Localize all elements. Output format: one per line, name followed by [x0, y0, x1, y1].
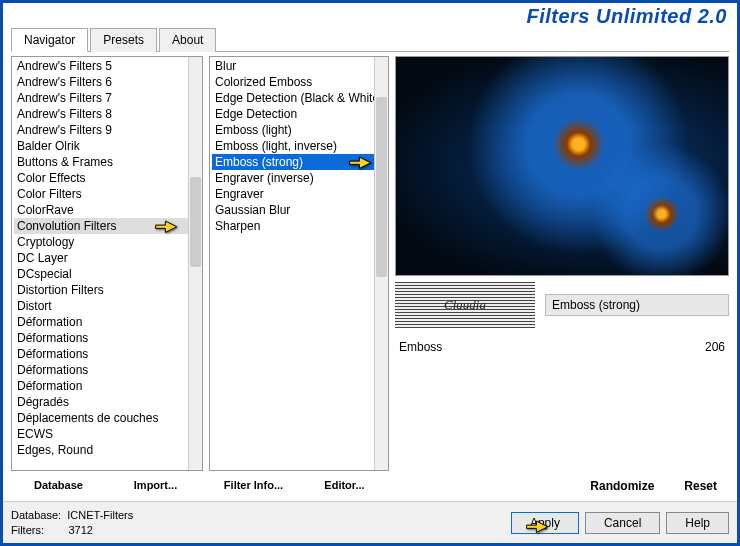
list-item[interactable]: Color Filters — [14, 186, 200, 202]
tab-about[interactable]: About — [159, 28, 216, 52]
list-item[interactable]: Déformations — [14, 330, 200, 346]
database-button[interactable]: Database — [11, 475, 106, 495]
param-label: Emboss — [399, 340, 442, 354]
nav-content: Andrew's Filters 5Andrew's Filters 6Andr… — [11, 52, 729, 495]
list-item[interactable]: Cryptology — [14, 234, 200, 250]
filters-listbox[interactable]: BlurColorized EmbossEdge Detection (Blac… — [209, 56, 389, 471]
main-area: Navigator Presets About Andrew's Filters… — [11, 27, 729, 495]
list-item[interactable]: Andrew's Filters 5 — [14, 58, 200, 74]
list-item[interactable]: Déplacements de couches — [14, 410, 200, 426]
watermark-logo: Claudia — [395, 282, 535, 328]
preview-panel — [395, 56, 729, 276]
list-item[interactable]: Déformation — [14, 378, 200, 394]
filters-buttons: Filter Info... Editor... — [209, 471, 389, 495]
filters-scrollbar[interactable] — [374, 57, 388, 470]
footer-info: Database: ICNET-Filters Filters: 3712 — [11, 508, 511, 537]
list-item[interactable]: Dégradés — [14, 394, 200, 410]
list-item[interactable]: ColorRave — [14, 202, 200, 218]
categories-buttons: Database Import... — [11, 471, 203, 495]
editor-button[interactable]: Editor... — [300, 475, 389, 495]
list-item[interactable]: Engraver — [212, 186, 386, 202]
right-buttons: Randomize Reset — [395, 473, 729, 495]
list-item[interactable]: Andrew's Filters 8 — [14, 106, 200, 122]
param-row: Emboss 206 — [395, 338, 729, 356]
footer: Database: ICNET-Filters Filters: 3712 Ap… — [3, 501, 737, 543]
list-item[interactable]: Andrew's Filters 9 — [14, 122, 200, 138]
categories-scrollbar[interactable] — [188, 57, 202, 470]
cancel-button[interactable]: Cancel — [585, 512, 660, 534]
list-item[interactable]: ECWS — [14, 426, 200, 442]
list-item[interactable]: Colorized Emboss — [212, 74, 386, 90]
app-title: Filters Unlimited 2.0 — [526, 5, 727, 28]
scroll-thumb[interactable] — [190, 177, 201, 267]
list-item[interactable]: Gaussian Blur — [212, 202, 386, 218]
param-value: 206 — [705, 340, 725, 354]
list-item[interactable]: Andrew's Filters 6 — [14, 74, 200, 90]
list-item[interactable]: Convolution Filters — [14, 218, 200, 234]
list-item[interactable]: DC Layer — [14, 250, 200, 266]
apply-button[interactable]: Apply — [511, 512, 579, 534]
list-item[interactable]: Edge Detection (Black & White) — [212, 90, 386, 106]
reset-button[interactable]: Reset — [684, 479, 717, 493]
randomize-button[interactable]: Randomize — [590, 479, 654, 493]
help-button[interactable]: Help — [666, 512, 729, 534]
list-item[interactable]: Sharpen — [212, 218, 386, 234]
list-item[interactable]: Engraver (inverse) — [212, 170, 386, 186]
list-item[interactable]: Andrew's Filters 7 — [14, 90, 200, 106]
tab-presets[interactable]: Presets — [90, 28, 157, 52]
list-item[interactable]: Déformations — [14, 362, 200, 378]
list-item[interactable]: Color Effects — [14, 170, 200, 186]
categories-column: Andrew's Filters 5Andrew's Filters 6Andr… — [11, 56, 203, 495]
scroll-thumb[interactable] — [376, 97, 387, 277]
categories-list: Andrew's Filters 5Andrew's Filters 6Andr… — [12, 57, 202, 459]
list-item[interactable]: Emboss (strong) — [212, 154, 386, 170]
list-item[interactable]: Distortion Filters — [14, 282, 200, 298]
list-item[interactable]: Emboss (light) — [212, 122, 386, 138]
filter-info-button[interactable]: Filter Info... — [209, 475, 298, 495]
import-button[interactable]: Import... — [108, 475, 203, 495]
list-item[interactable]: DCspecial — [14, 266, 200, 282]
list-item[interactable]: Balder Olrik — [14, 138, 200, 154]
list-item[interactable]: Déformations — [14, 346, 200, 362]
filters-list: BlurColorized EmbossEdge Detection (Blac… — [210, 57, 388, 235]
tab-strip: Navigator Presets About — [11, 27, 729, 52]
list-item[interactable]: Emboss (light, inverse) — [212, 138, 386, 154]
tab-navigator[interactable]: Navigator — [11, 28, 88, 52]
preview-image — [396, 57, 728, 275]
info-row: Claudia Emboss (strong) — [395, 282, 729, 328]
list-item[interactable]: Edge Detection — [212, 106, 386, 122]
list-item[interactable]: Déformation — [14, 314, 200, 330]
list-item[interactable]: Edges, Round — [14, 442, 200, 458]
list-item[interactable]: Distort — [14, 298, 200, 314]
categories-listbox[interactable]: Andrew's Filters 5Andrew's Filters 6Andr… — [11, 56, 203, 471]
filters-column: BlurColorized EmbossEdge Detection (Blac… — [209, 56, 389, 495]
filter-name-box: Emboss (strong) — [545, 294, 729, 316]
right-column: Claudia Emboss (strong) Emboss 206 Rando… — [395, 56, 729, 495]
footer-buttons: Apply Cancel Help — [511, 512, 729, 534]
list-item[interactable]: Blur — [212, 58, 386, 74]
list-item[interactable]: Buttons & Frames — [14, 154, 200, 170]
